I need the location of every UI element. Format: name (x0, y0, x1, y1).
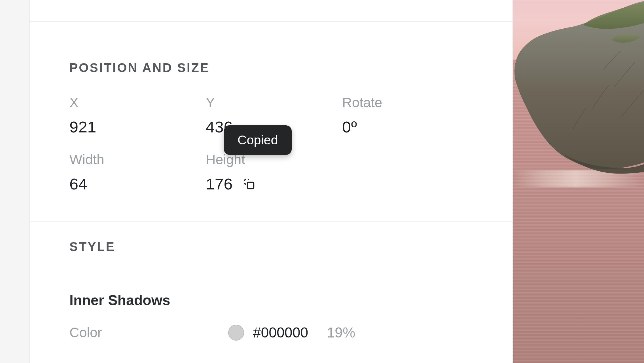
svg-rect-0 (247, 182, 254, 189)
sky-gradient (513, 0, 644, 68)
x-label: X (69, 95, 200, 110)
position-size-heading: POSITION AND SIZE (69, 22, 473, 95)
color-label: Color (69, 325, 223, 340)
color-swatch[interactable] (228, 325, 244, 341)
color-value-cell: #000000 19% (228, 324, 473, 341)
color-opacity[interactable]: 19% (327, 324, 355, 341)
width-value[interactable]: 64 (69, 175, 200, 193)
rotate-label: Rotate (342, 95, 473, 110)
width-field: Width 64 (69, 152, 200, 193)
copy-height-button[interactable] (241, 176, 258, 193)
canvas-preview (513, 0, 644, 363)
height-value[interactable]: 176 (206, 175, 233, 193)
rotate-value[interactable]: 0º (342, 118, 473, 136)
inner-shadow-color-row: Color #000000 19% (69, 324, 473, 341)
position-row-2: Width 64 Height 176 (69, 152, 473, 193)
style-section: STYLE Inner Shadows Color #000000 19% (30, 221, 512, 341)
position-size-section: POSITION AND SIZE X 921 Y 436 Rotate 0º (30, 21, 512, 221)
rotate-field: Rotate 0º (342, 95, 473, 136)
width-label: Width (69, 152, 200, 167)
color-hex[interactable]: #000000 (253, 324, 308, 341)
x-value[interactable]: 921 (69, 118, 200, 136)
previous-section-sliver (30, 0, 512, 21)
shore-glint (513, 170, 644, 187)
style-heading: STYLE (69, 221, 473, 270)
x-field: X 921 (69, 95, 200, 136)
y-label: Y (206, 95, 336, 110)
copied-toast: Copied (224, 125, 292, 155)
empty-cell (342, 152, 473, 193)
inner-shadows-heading: Inner Shadows (69, 270, 473, 324)
sea-gradient (513, 60, 644, 363)
height-field: Height 176 (206, 152, 336, 193)
inspector-panel: POSITION AND SIZE X 921 Y 436 Rotate 0º (29, 0, 513, 363)
copy-icon (242, 177, 256, 191)
